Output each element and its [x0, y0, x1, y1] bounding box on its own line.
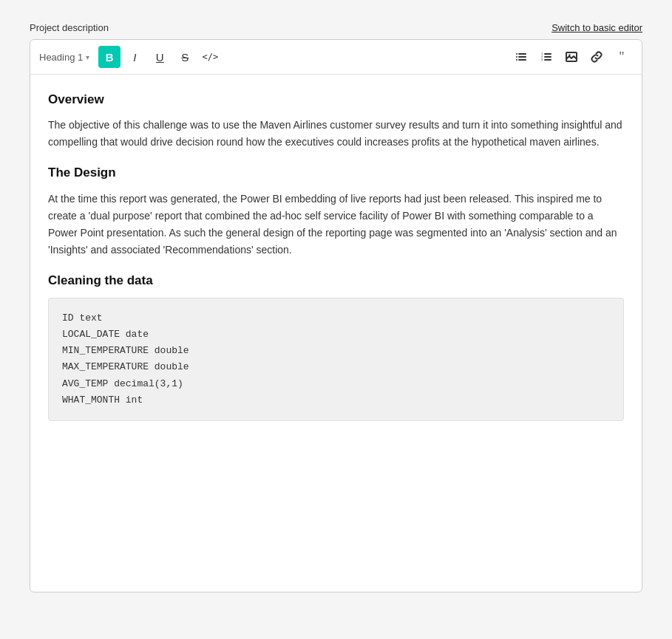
ordered-list-button[interactable]: 1 2 3: [535, 46, 557, 68]
paragraph-design: At the time this report was generated, t…: [48, 191, 624, 259]
svg-point-4: [516, 56, 517, 58]
quote-icon: ": [619, 50, 624, 64]
editor-wrapper: Heading 1 ▾ B I U S </>: [30, 39, 642, 592]
strikethrough-button[interactable]: S: [174, 46, 196, 68]
heading-chevron: ▾: [86, 53, 89, 61]
page-container: Project description Switch to basic edit…: [15, 15, 657, 607]
code-line-5: AVG_TEMP decimal(3,1): [62, 376, 610, 392]
bullet-list-button[interactable]: [510, 46, 532, 68]
svg-point-3: [516, 53, 517, 55]
heading-overview: Overview: [48, 89, 624, 109]
heading-cleaning: Cleaning the data: [48, 270, 624, 290]
link-icon: [591, 51, 603, 63]
switch-to-basic-button[interactable]: Switch to basic editor: [551, 22, 642, 33]
code-line-6: WHAT_MONTH int: [62, 392, 610, 409]
code-button[interactable]: </>: [199, 46, 221, 68]
svg-text:3: 3: [541, 58, 543, 61]
underline-button[interactable]: U: [149, 46, 171, 68]
heading-label: Heading 1: [39, 52, 83, 63]
project-description-label: Project description: [30, 22, 109, 33]
toolbar: Heading 1 ▾ B I U S </>: [30, 40, 642, 75]
link-button[interactable]: [586, 46, 608, 68]
quote-button[interactable]: ": [611, 46, 633, 68]
heading-design: The Design: [48, 163, 624, 182]
italic-button[interactable]: I: [123, 46, 146, 68]
svg-point-5: [516, 59, 517, 61]
top-bar: Project description Switch to basic edit…: [30, 22, 642, 33]
code-line-1: ID text: [62, 310, 610, 327]
heading-selector[interactable]: Heading 1 ▾: [39, 52, 89, 63]
image-button[interactable]: [560, 46, 583, 68]
code-line-4: MAX_TEMPERATURE double: [62, 359, 610, 375]
code-block: ID text LOCAL_DATE date MIN_TEMPERATURE …: [48, 298, 624, 421]
ordered-list-icon: 1 2 3: [540, 51, 552, 63]
paragraph-overview: The objective of this challenge was to u…: [48, 117, 624, 151]
image-icon: [566, 51, 577, 63]
bold-button[interactable]: B: [98, 46, 121, 68]
toolbar-right: 1 2 3: [510, 46, 633, 68]
code-line-2: LOCAL_DATE date: [62, 327, 610, 343]
bullet-list-icon: [515, 51, 527, 63]
editor-content[interactable]: Overview The objective of this challenge…: [30, 75, 642, 592]
code-line-3: MIN_TEMPERATURE double: [62, 343, 610, 359]
